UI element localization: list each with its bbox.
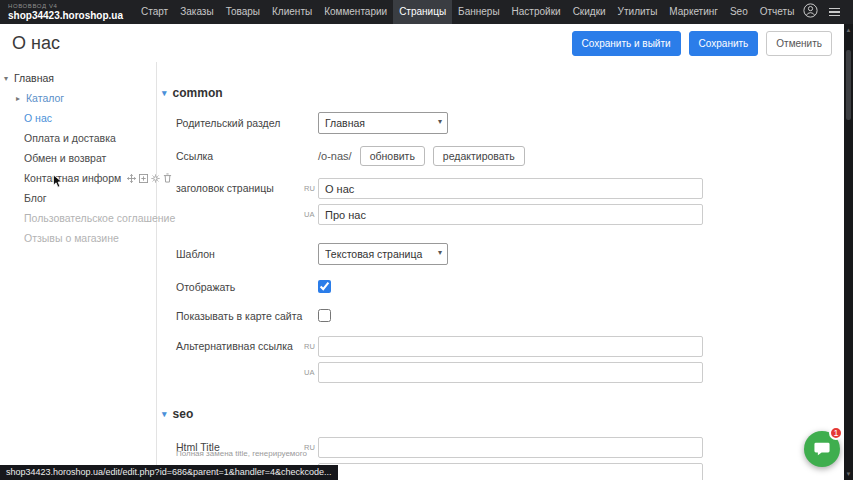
sidebar-item-label: Блог (24, 192, 47, 204)
nav-item-marketing[interactable]: Маркетинг (663, 0, 724, 24)
save-button[interactable]: Сохранить (689, 31, 759, 56)
status-url-tooltip: shop34423.horoshop.ua/edit/edit.php?id=6… (0, 465, 338, 480)
chat-unread-badge: 1 (829, 426, 843, 440)
sidebar-item-user-agreement[interactable]: Пользовательское соглашение (0, 208, 156, 228)
alt-link-ru-input[interactable] (318, 336, 703, 357)
alt-link-row: Альтернативная ссылка RU UA (176, 336, 844, 383)
top-nav: Старт Заказы Товары Клиенты Комментарии … (135, 0, 800, 24)
sidebar-item-label: Главная (14, 72, 54, 84)
link-refresh-button[interactable]: обновить (360, 146, 425, 166)
sitemap-checkbox[interactable] (318, 309, 331, 322)
sidebar-item-home[interactable]: ▾ Главная (0, 68, 156, 88)
lang-ua-tag: UA (304, 210, 318, 219)
section-common-header[interactable]: ▾ common (162, 86, 844, 100)
add-icon[interactable] (139, 174, 148, 183)
sidebar-item-label: Контактная информ (24, 172, 121, 184)
display-label: Отображать (176, 281, 304, 293)
sidebar-item-exchange-return[interactable]: Обмен и возврат (0, 148, 156, 168)
nav-item-seo[interactable]: Seo (724, 0, 754, 24)
nav-item-reports[interactable]: Отчеты (754, 0, 801, 24)
alt-link-ua-input[interactable] (318, 362, 703, 383)
chat-icon (813, 440, 831, 458)
sidebar-item-blog[interactable]: Блог (0, 188, 156, 208)
link-label: Ссылка (176, 150, 304, 162)
header-actions: Сохранить и выйти Сохранить Отменить (572, 31, 833, 56)
scroll-down-icon[interactable]: ▼ (846, 470, 852, 478)
save-and-exit-button[interactable]: Сохранить и выйти (572, 31, 681, 56)
link-edit-button[interactable]: редактировать (433, 146, 525, 166)
sidebar-item-label: Отзывы о магазине (24, 232, 119, 244)
brand-logo-domain: shop34423.horoshop.ua (8, 10, 123, 21)
display-row: Отображать (176, 280, 844, 293)
page-title-ua-input[interactable] (318, 204, 703, 225)
section-seo-title: seo (173, 407, 194, 421)
page-title-label: заголовок страницы (176, 178, 304, 194)
cancel-button[interactable]: Отменить (766, 31, 832, 56)
chevron-down-icon: ▾ (162, 409, 167, 419)
chevron-down-icon: ▾ (162, 88, 167, 98)
html-title-hint: Полная замена title, генерируемого (176, 449, 307, 458)
sidebar-item-store-reviews[interactable]: Отзывы о магазине (0, 228, 156, 248)
link-row: Ссылка /o-nas/ обновить редактировать (176, 146, 844, 166)
page-title-row: заголовок страницы RU UA (176, 178, 844, 225)
parent-section-row: Родительский раздел Главная ▾ (176, 112, 844, 134)
link-value: /o-nas/ (318, 150, 352, 162)
sidebar-item-about[interactable]: О нас (0, 108, 156, 128)
vertical-scrollbar[interactable]: ▲ ▼ (844, 24, 853, 480)
nav-item-banners[interactable]: Баннеры (452, 0, 505, 24)
sidebar-item-label: Обмен и возврат (24, 152, 106, 164)
parent-section-select[interactable]: Главная (318, 112, 448, 134)
lang-ua-tag: UA (304, 368, 318, 377)
nav-item-discounts[interactable]: Скидки (567, 0, 612, 24)
nav-item-pages[interactable]: Страницы (393, 0, 452, 24)
page-header: О нас Сохранить и выйти Сохранить Отмени… (0, 24, 844, 62)
scrollbar-thumb[interactable] (846, 50, 851, 120)
app-window: НОВОВВОД V4 shop34423.horoshop.ua Старт … (0, 0, 853, 480)
lang-ru-tag: RU (304, 184, 318, 193)
nav-item-clients[interactable]: Клиенты (266, 0, 318, 24)
display-checkbox[interactable] (318, 280, 331, 293)
chat-widget-button[interactable]: 1 (804, 431, 840, 467)
nav-item-settings[interactable]: Настройки (506, 0, 567, 24)
chevron-right-icon[interactable]: ▸ (16, 94, 20, 103)
move-icon[interactable] (127, 174, 136, 183)
sidebar-item-label: Пользовательское соглашение (24, 212, 175, 224)
nav-item-utilities[interactable]: Утилиты (612, 0, 664, 24)
nav-item-comments[interactable]: Комментарии (318, 0, 393, 24)
gear-icon[interactable] (151, 174, 160, 183)
section-common-title: common (173, 86, 223, 100)
chevron-down-icon[interactable]: ▾ (4, 74, 8, 83)
html-title-ua-input[interactable] (318, 463, 703, 480)
section-seo-header[interactable]: ▾ seo (162, 407, 844, 421)
sitemap-label: Показывать в карте сайта (176, 310, 304, 322)
nav-item-orders[interactable]: Заказы (174, 0, 219, 24)
account-icon[interactable] (803, 3, 818, 22)
sitemap-row: Показывать в карте сайта (176, 309, 844, 322)
html-title-label: Html Title Полная замена title, генериру… (176, 437, 304, 453)
edit-form: ▾ common Родительский раздел Главная ▾ С… (158, 62, 844, 480)
template-label: Шаблон (176, 248, 304, 260)
html-title-ru-input[interactable] (318, 437, 703, 458)
lang-ru-tag: RU (304, 342, 318, 351)
template-select[interactable]: Текстовая страница (318, 243, 448, 265)
brand-logo[interactable]: НОВОВВОД V4 shop34423.horoshop.ua (0, 3, 135, 21)
parent-section-label: Родительский раздел (176, 117, 304, 129)
alt-link-label: Альтернативная ссылка (176, 336, 304, 352)
nav-item-products[interactable]: Товары (220, 0, 266, 24)
nav-item-start[interactable]: Старт (135, 0, 174, 24)
sidebar-item-catalog[interactable]: ▸ Каталог (0, 88, 156, 108)
sidebar-item-payment-delivery[interactable]: Оплата и доставка (0, 128, 156, 148)
sidebar-item-label: Каталог (26, 92, 64, 104)
tree-item-actions (127, 173, 172, 183)
trash-icon[interactable] (163, 173, 172, 183)
template-row: Шаблон Текстовая страница ▾ (176, 243, 844, 265)
sidebar-item-label: О нас (24, 112, 52, 124)
page-title-ru-input[interactable] (318, 178, 703, 199)
scroll-up-icon[interactable]: ▲ (846, 26, 852, 34)
menu-icon[interactable] (829, 8, 840, 17)
page-tree-sidebar: ▾ Главная ▸ Каталог О нас Оплата и доста… (0, 62, 157, 480)
top-bar: НОВОВВОД V4 shop34423.horoshop.ua Старт … (0, 0, 853, 24)
topbar-icons (803, 3, 853, 22)
sidebar-item-contact-info[interactable]: Контактная информ (0, 168, 156, 188)
brand-logo-caption: НОВОВВОД V4 (8, 3, 123, 10)
